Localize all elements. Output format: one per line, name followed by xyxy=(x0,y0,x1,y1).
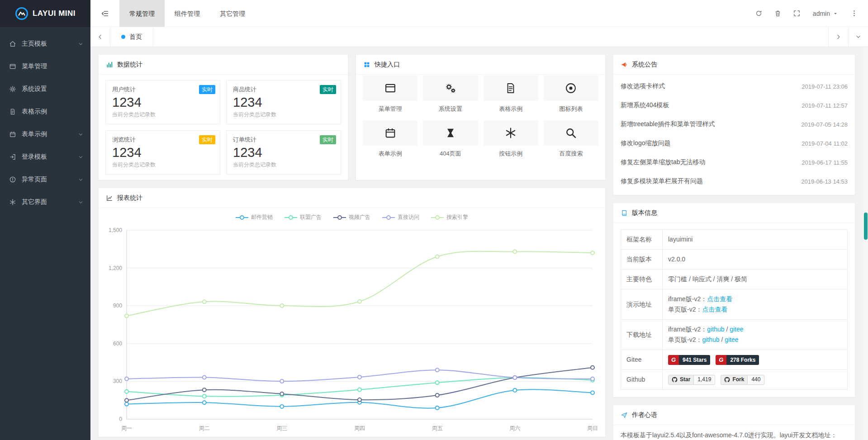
sidebar-item-home-template[interactable]: 主页模板 xyxy=(0,33,90,55)
search-icon xyxy=(564,127,577,139)
more-menu-button[interactable] xyxy=(844,0,863,27)
demo-spa-link[interactable]: 点击查看 xyxy=(702,306,727,313)
gear-icon xyxy=(9,85,16,93)
header-actions: admin xyxy=(749,0,868,27)
user-menu[interactable]: admin xyxy=(806,10,844,17)
announcement-date: 2019-06-17 11:55 xyxy=(802,159,848,166)
hourglass-icon xyxy=(444,127,457,139)
github-star-count: 1,419 xyxy=(694,375,715,385)
sidebar-item-error-pages[interactable]: 异常页面 xyxy=(0,168,90,191)
quick-item-table-demo[interactable]: 表格示例 xyxy=(484,76,538,113)
quick-item-system-settings[interactable]: 系统设置 xyxy=(423,76,478,113)
sidebar-item-label: 其它界面 xyxy=(22,198,47,206)
app-logo[interactable]: LAYUI MINI xyxy=(0,0,90,27)
gitee-stars-badge[interactable]: G 941 Stars xyxy=(668,355,710,365)
table-row: 框架名称 layuimini xyxy=(621,230,848,250)
announcement-item[interactable]: 修复左侧菜单缩放tab无法移动 2019-06-17 11:55 xyxy=(621,153,848,172)
quick-item-form-demo[interactable]: 表单示例 xyxy=(363,120,417,158)
legend-item-搜索引擎[interactable]: 搜索引擎 xyxy=(431,213,468,221)
quick-item-button-demo[interactable]: 按钮示例 xyxy=(484,120,538,158)
sidebar-item-form-demo[interactable]: 表单示例 xyxy=(0,123,90,146)
legend-marker-icon xyxy=(236,215,248,220)
header-tab-components[interactable]: 组件管理 xyxy=(165,0,210,27)
fullscreen-icon xyxy=(793,9,801,17)
quick-item-baidu-search[interactable]: 百度搜索 xyxy=(544,120,598,158)
card-title: 快捷入口 xyxy=(375,61,400,69)
github-fork-button[interactable]: Fork 440 xyxy=(721,375,764,385)
scrollbar-thumb[interactable] xyxy=(864,213,868,240)
demo-iframe-link[interactable]: 点击查看 xyxy=(707,295,732,303)
sidebar-item-system-settings[interactable]: 系统设置 xyxy=(0,78,90,100)
clear-cache-button[interactable] xyxy=(768,0,787,27)
header-tab-other[interactable]: 其它管理 xyxy=(210,0,255,27)
table-row: Gitee G 941 Stars G xyxy=(621,350,848,370)
refresh-button[interactable] xyxy=(749,0,768,27)
announcement-date: 2019-07-04 11:02 xyxy=(802,140,848,147)
layuimini-app: LAYUI MINI 常规管理 组件管理 其它管理 admin xyxy=(0,0,868,440)
github-fork-count: 440 xyxy=(748,375,764,385)
announcement-item[interactable]: 修复多模块菜单栏展开有问题 2019-06-13 14:53 xyxy=(621,172,848,191)
svg-text:900: 900 xyxy=(113,303,122,309)
svg-text:0: 0 xyxy=(119,416,122,422)
gears-icon xyxy=(444,82,457,95)
report-chart-svg: 03006009001,2001,500周一周二周三周四周五周六周日 xyxy=(99,223,605,435)
sidebar-item-menu-management[interactable]: 菜单管理 xyxy=(0,55,90,78)
fullscreen-button[interactable] xyxy=(787,0,806,27)
legend-marker-icon xyxy=(285,215,297,220)
author-card: 作者心语 本模板基于layui2.5.4以及font-awesome-4.7.0… xyxy=(613,405,855,440)
sidebar-item-other-pages[interactable]: 其它界面 xyxy=(0,191,90,213)
calendar-icon xyxy=(384,127,397,139)
announcements-card: 系统公告 修改选项卡样式 2019-07-11 23:06 新增系统404模板 … xyxy=(613,54,855,195)
chevron-down-icon xyxy=(78,155,83,160)
download-iframe-gitee-link[interactable]: gitee xyxy=(730,326,743,333)
asterisk-icon xyxy=(9,199,16,206)
legend-item-联盟广告[interactable]: 联盟广告 xyxy=(285,213,322,221)
logo-icon xyxy=(15,7,28,20)
gitee-logo-icon: G xyxy=(716,355,726,365)
announcement-item[interactable]: 修改选项卡样式 2019-07-11 23:06 xyxy=(621,77,848,96)
tabs-scroll-right-button[interactable] xyxy=(828,27,848,47)
table-row: 主要特色 零门槛 / 响应式 / 清爽 / 极简 xyxy=(621,270,848,289)
version-book-icon xyxy=(621,209,628,217)
tabs-menu-button[interactable] xyxy=(848,27,868,47)
home-icon xyxy=(9,40,16,47)
scrollbar-track[interactable] xyxy=(863,47,868,440)
download-iframe-github-link[interactable]: github xyxy=(707,326,724,333)
quick-item-menu-management[interactable]: 菜单管理 xyxy=(363,76,417,113)
tab-active-dot xyxy=(121,35,125,39)
tabs-scroll-left-button[interactable] xyxy=(90,27,110,47)
legend-item-直接访问[interactable]: 直接访问 xyxy=(382,213,419,221)
card-title: 数据统计 xyxy=(117,61,142,69)
chevron-down-icon xyxy=(78,200,83,205)
stat-value: 1234 xyxy=(233,95,334,110)
sidebar-item-login-template[interactable]: 登录模板 xyxy=(0,146,90,168)
quick-entry-card: 快捷入口 菜单管理 系统设置 xyxy=(356,54,606,180)
legend-item-邮件营销[interactable]: 邮件营销 xyxy=(236,213,273,221)
tab-bar: 首页 xyxy=(90,27,868,47)
gitee-forks-badge[interactable]: G 278 Forks xyxy=(716,355,759,365)
quick-item-404-page[interactable]: 404页面 xyxy=(423,120,478,158)
sidebar-item-label: 异常页面 xyxy=(22,175,47,184)
stat-value: 1234 xyxy=(112,145,213,160)
announcement-item[interactable]: 修改logo缩放问题 2019-07-04 11:02 xyxy=(621,134,848,153)
octocat-icon xyxy=(672,377,678,383)
announcement-item[interactable]: 新增treetable插件和菜单管理样式 2019-07-05 14:28 xyxy=(621,115,848,134)
svg-text:周一: 周一 xyxy=(121,425,132,431)
sidebar-item-table-demo[interactable]: 表格示例 xyxy=(0,100,90,123)
legend-item-视频广告[interactable]: 视频广告 xyxy=(333,213,370,221)
stat-box-users: 用户统计 实时 1234 当前分类总记录数 xyxy=(105,80,220,124)
download-spa-github-link[interactable]: github xyxy=(702,336,719,343)
download-spa-gitee-link[interactable]: gitee xyxy=(725,336,738,343)
tab-home[interactable]: 首页 xyxy=(110,27,153,47)
sidebar-collapse-button[interactable] xyxy=(90,0,119,27)
report-chart: 03006009001,2001,500周一周二周三周四周五周六周日 xyxy=(99,222,605,437)
status-badge: 实时 xyxy=(199,135,215,144)
quick-item-icon-list[interactable]: 图标列表 xyxy=(544,76,598,113)
github-star-button[interactable]: Star 1,419 xyxy=(668,375,715,385)
sidebar-item-label: 菜单管理 xyxy=(22,62,47,71)
header-tab-general[interactable]: 常规管理 xyxy=(119,0,165,27)
octocat-icon xyxy=(724,377,730,383)
announcement-item[interactable]: 新增系统404模板 2019-07-11 12:57 xyxy=(621,96,848,115)
legend-marker-icon xyxy=(333,215,346,220)
sidebar-item-label: 主页模板 xyxy=(22,40,47,48)
